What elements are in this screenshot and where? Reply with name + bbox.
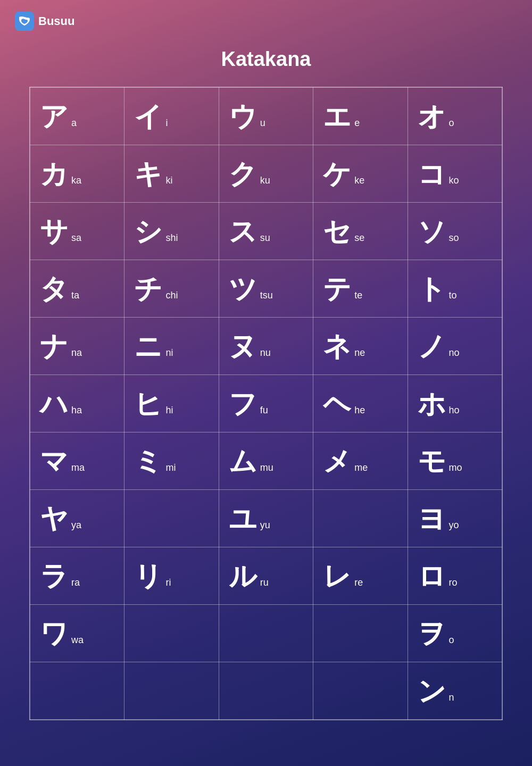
kana-character: マ	[40, 447, 68, 475]
kana-character: オ	[418, 103, 446, 130]
cell-content: ニni	[134, 332, 218, 360]
table-cell: ヲo	[408, 605, 502, 662]
cell-content: ヘhe	[323, 390, 407, 418]
table-cell	[219, 662, 313, 720]
romanization: no	[449, 348, 460, 357]
cell-content: ユyu	[229, 505, 313, 532]
cell-content: テte	[323, 275, 407, 303]
kana-character: ハ	[40, 390, 68, 418]
romanization: n	[449, 693, 454, 702]
romanization: to	[449, 290, 457, 300]
cell-content: イi	[134, 103, 218, 130]
romanization: ka	[71, 176, 81, 185]
table-cell: ネne	[313, 318, 408, 375]
romanization: tsu	[260, 290, 273, 300]
romanization: mu	[260, 463, 273, 472]
kana-character: ノ	[418, 332, 446, 360]
cell-content: オo	[418, 103, 502, 130]
cell-content: ヲo	[418, 620, 502, 647]
kana-character: ニ	[134, 332, 162, 360]
table-cell: オo	[408, 88, 502, 145]
romanization: ma	[71, 463, 85, 472]
cell-content: マma	[40, 447, 124, 475]
kana-character: ヲ	[418, 620, 446, 647]
romanization: ta	[71, 290, 79, 300]
romanization: hi	[165, 405, 173, 415]
romanization: so	[449, 233, 459, 243]
cell-content: カka	[40, 160, 124, 188]
table-cell: ホho	[408, 375, 502, 432]
table-cell: ムmu	[219, 432, 313, 490]
table-cell: タta	[30, 260, 124, 318]
romanization: i	[165, 118, 168, 128]
romanization: ya	[71, 520, 81, 530]
cell-content: ルru	[229, 562, 313, 590]
kana-character: ロ	[418, 562, 446, 590]
kana-character: ヌ	[229, 332, 257, 360]
kana-character: ヤ	[40, 505, 68, 532]
logo-area: Busuu	[15, 12, 74, 31]
kana-character: ヨ	[418, 505, 446, 532]
romanization: ne	[354, 348, 365, 357]
romanization: se	[354, 233, 364, 243]
cell-content: スsu	[229, 218, 313, 245]
cell-content: ケke	[323, 160, 407, 188]
cell-content: エe	[323, 103, 407, 130]
katakana-table-container: アaイiウuエeオoカkaキkiクkuケkeコkoサsaシshiスsuセseソs…	[29, 87, 503, 720]
romanization: me	[354, 463, 368, 472]
cell-content: ノno	[418, 332, 502, 360]
romanization: yu	[260, 520, 270, 530]
kana-character: カ	[40, 160, 68, 188]
table-cell	[124, 662, 219, 720]
romanization: o	[449, 118, 454, 128]
busuu-logo-icon	[15, 12, 34, 31]
romanization: yo	[449, 520, 459, 530]
table-cell	[219, 605, 313, 662]
table-cell: ヘhe	[313, 375, 408, 432]
katakana-table: アaイiウuエeオoカkaキkiクkuケkeコkoサsaシshiスsuセseソs…	[30, 87, 502, 720]
table-cell: シshi	[124, 203, 219, 260]
romanization: o	[449, 635, 454, 645]
cell-content: ロro	[418, 562, 502, 590]
cell-content: コko	[418, 160, 502, 188]
romanization: ra	[71, 578, 80, 587]
kana-character: コ	[418, 160, 446, 188]
romanization: ho	[449, 405, 460, 415]
table-cell: エe	[313, 88, 408, 145]
table-cell: チchi	[124, 260, 219, 318]
romanization: su	[260, 233, 270, 243]
cell-content: ワwa	[40, 620, 124, 647]
romanization: a	[71, 118, 77, 128]
kana-character: ツ	[229, 275, 257, 303]
table-cell: フfu	[219, 375, 313, 432]
table-cell: ウu	[219, 88, 313, 145]
kana-character: ト	[418, 275, 446, 303]
kana-character: ナ	[40, 332, 68, 360]
cell-content: ウu	[229, 103, 313, 130]
romanization: ro	[449, 578, 458, 587]
kana-character: ン	[418, 677, 446, 705]
table-cell: モmo	[408, 432, 502, 490]
kana-character: ラ	[40, 562, 68, 590]
cell-content: ハha	[40, 390, 124, 418]
cell-content: ツtsu	[229, 275, 313, 303]
table-cell: メme	[313, 432, 408, 490]
cell-content: アa	[40, 103, 124, 130]
kana-character: モ	[418, 447, 446, 475]
kana-character: ス	[229, 218, 257, 245]
romanization: mi	[165, 463, 176, 472]
cell-content: ソso	[418, 218, 502, 245]
kana-character: シ	[134, 218, 162, 245]
cell-content: ヌnu	[229, 332, 313, 360]
romanization: wa	[71, 635, 84, 645]
table-cell: ミmi	[124, 432, 219, 490]
cell-content: ナna	[40, 332, 124, 360]
cell-content: レre	[323, 562, 407, 590]
table-cell: ツtsu	[219, 260, 313, 318]
romanization: te	[354, 290, 362, 300]
table-cell	[124, 605, 219, 662]
table-cell	[30, 662, 124, 720]
kana-character: ウ	[229, 103, 257, 130]
cell-content: クku	[229, 160, 313, 188]
cell-content: ホho	[418, 390, 502, 418]
